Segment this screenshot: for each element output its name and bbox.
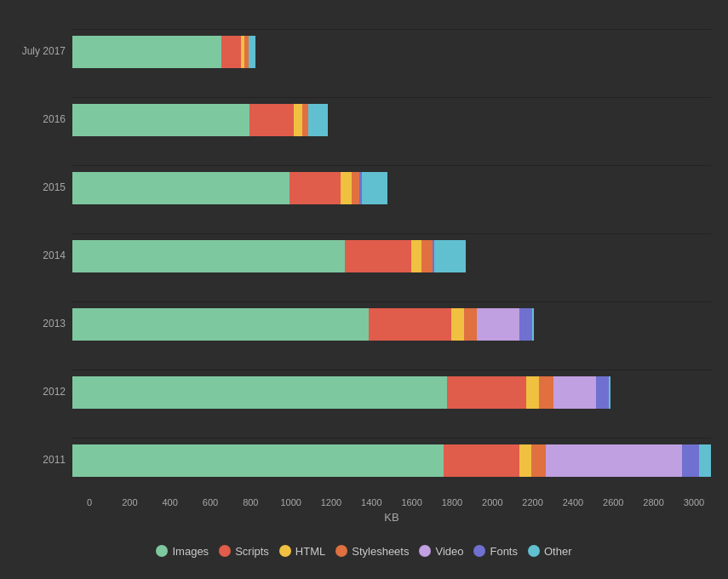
legend-item-video: Video: [419, 535, 463, 567]
bar-row: [72, 97, 711, 141]
y-axis-label: 2016: [43, 113, 66, 125]
bar-segment-html: [341, 172, 352, 204]
bar-segment-other: [308, 104, 328, 136]
legend-label: Scripts: [235, 545, 269, 558]
bar-segment-stylesheets: [421, 240, 433, 272]
bar-segment-scripts: [369, 308, 452, 341]
y-axis-label: 2014: [43, 249, 66, 261]
bar-row: [72, 438, 711, 482]
y-axis-label: 2012: [43, 386, 66, 398]
x-tick-label: 2600: [596, 497, 630, 507]
x-tick-label: 1400: [354, 497, 388, 507]
bar-segment-scripts: [289, 172, 341, 204]
bar-segment-stylesheets: [352, 172, 360, 204]
legend-dot: [156, 545, 168, 557]
x-tick-label: 2200: [516, 497, 550, 507]
bar-segment-images: [72, 444, 444, 477]
legend-item-images: Images: [156, 535, 209, 567]
bar-segment-fonts: [682, 444, 698, 477]
bars-section: [72, 17, 711, 494]
x-tick-label: 400: [153, 497, 187, 507]
x-tick-label: 3000: [677, 497, 711, 507]
legend-label: Other: [544, 545, 572, 558]
x-tick-label: 1800: [435, 497, 469, 507]
bar-segment-scripts: [249, 104, 295, 136]
bar-segment-images: [72, 376, 447, 409]
bar-segment-html: [526, 376, 539, 409]
legend-item-stylesheets: Stylesheets: [335, 535, 409, 567]
bar-segment-html: [451, 308, 464, 341]
bar-segment-video: [553, 376, 596, 409]
chart-area: July 2017201620152014201320122011 020040…: [17, 17, 711, 528]
x-tick-label: 1200: [314, 497, 348, 507]
bar-segment-other: [609, 376, 610, 409]
legend-label: HTML: [295, 545, 325, 558]
legend-label: Stylesheets: [352, 545, 409, 558]
legend-label: Fonts: [490, 545, 518, 558]
bar-row: [72, 29, 711, 73]
x-tick-label: 1000: [274, 497, 308, 507]
bar-segment-other: [532, 308, 534, 341]
bar-segment-fonts: [519, 308, 532, 341]
legend-dot: [335, 545, 347, 557]
legend-label: Images: [172, 545, 209, 558]
legend-item-other: Other: [528, 535, 572, 567]
x-tick-label: 0: [72, 497, 106, 507]
y-axis-label: 2013: [43, 318, 66, 330]
legend-dot: [219, 545, 231, 557]
chart-container: July 2017201620152014201320122011 020040…: [0, 0, 728, 579]
x-tick-label: 2800: [637, 497, 671, 507]
x-axis: 0200400600800100012001400160018002000220…: [72, 494, 711, 528]
bar-segment-stylesheets: [302, 104, 309, 136]
bar-segment-scripts: [447, 376, 526, 409]
legend: ImagesScriptsHTMLStylesheetsVideoFontsOt…: [17, 528, 711, 570]
bar-row: [72, 165, 711, 209]
bar-segment-scripts: [221, 36, 241, 68]
bar-segment-images: [72, 308, 369, 341]
legend-dot: [279, 545, 291, 557]
bar-segment-images: [72, 104, 249, 136]
y-axis: July 2017201620152014201320122011: [17, 17, 72, 528]
bar-segment-other: [699, 444, 711, 477]
bar-segment-other: [434, 240, 467, 272]
bar-segment-html: [294, 104, 302, 136]
bar-segment-fonts: [596, 376, 609, 409]
bar-segment-video: [477, 308, 519, 341]
bar-segment-other: [249, 36, 255, 68]
legend-item-fonts: Fonts: [473, 535, 518, 567]
legend-item-scripts: Scripts: [219, 535, 269, 567]
bars-and-xaxis: 0200400600800100012001400160018002000220…: [72, 17, 711, 528]
bar-segment-images: [72, 240, 345, 272]
x-tick-label: 1600: [395, 497, 429, 507]
bar-row: [72, 233, 711, 278]
legend-dot: [419, 545, 431, 557]
legend-label: Video: [435, 545, 463, 558]
x-tick-label: 200: [112, 497, 146, 507]
bar-segment-stylesheets: [539, 376, 554, 409]
bar-segment-scripts: [444, 444, 519, 477]
x-ticks: 0200400600800100012001400160018002000220…: [72, 494, 711, 509]
bar-row: [72, 301, 711, 346]
legend-dot: [473, 545, 485, 557]
y-axis-label: 2011: [43, 454, 66, 466]
legend-dot: [528, 545, 540, 557]
x-tick-label: 2400: [556, 497, 590, 507]
x-axis-label: KB: [72, 511, 711, 524]
bar-segment-other: [362, 172, 387, 204]
x-tick-label: 600: [193, 497, 227, 507]
x-tick-label: 2000: [475, 497, 509, 507]
x-tick-label: 800: [233, 497, 267, 507]
y-axis-label: July 2017: [22, 45, 66, 57]
bar-segment-html: [519, 444, 531, 477]
legend-item-html: HTML: [279, 535, 325, 567]
y-axis-label: 2015: [43, 181, 66, 193]
bar-segment-stylesheets: [531, 444, 546, 477]
bar-segment-images: [72, 36, 221, 68]
bar-row: [72, 370, 711, 414]
bar-segment-images: [72, 172, 289, 204]
bar-segment-video: [546, 444, 683, 477]
bar-segment-stylesheets: [464, 308, 477, 341]
bar-segment-scripts: [345, 240, 411, 272]
bar-segment-html: [411, 240, 422, 272]
